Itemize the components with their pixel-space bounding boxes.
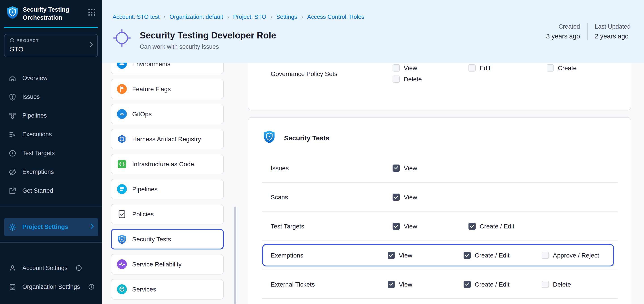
checkbox-box	[464, 252, 471, 259]
sidebar-item-exemptions[interactable]: Exemptions	[0, 162, 102, 181]
sidebar-item-label: Get Started	[22, 187, 53, 194]
sidebar-footer-nav: Account Settings Organization Settings	[0, 259, 102, 296]
checkbox-label: View	[404, 223, 417, 230]
checkbox-test-targets-view[interactable]: View	[392, 223, 468, 230]
resource-item-environments[interactable]: Environments	[111, 63, 224, 74]
checkbox-box	[464, 280, 471, 288]
created-label: Created	[546, 23, 580, 30]
resource-item-service-reliability[interactable]: Service Reliability	[111, 254, 224, 274]
breadcrumb-project-link[interactable]: Project: STO	[233, 14, 266, 20]
module-switcher-icon[interactable]	[88, 9, 95, 16]
resource-item-label: Feature Flags	[132, 85, 171, 93]
checkbox-scans-view[interactable]: View	[392, 194, 468, 201]
permission-row-label: Test Targets	[271, 223, 392, 230]
permission-row-label: External Tickets	[271, 280, 388, 288]
pipelines-icon	[8, 112, 16, 120]
resource-item-label: Service Reliability	[132, 261, 182, 268]
checkbox-external-tickets-delete[interactable]: Delete	[542, 280, 618, 288]
permission-row-label: Exemptions	[271, 252, 388, 259]
checkbox-label: Delete	[553, 280, 571, 288]
gear-icon	[8, 223, 16, 231]
permission-row-governance-policy-sets: Governance Policy Sets View Edit	[248, 64, 630, 83]
resource-item-label: GitOps	[132, 110, 152, 118]
sidebar-item-issues[interactable]: Issues	[0, 87, 102, 106]
sidebar-item-organization-settings[interactable]: Organization Settings	[0, 277, 102, 296]
chevron-right-icon	[90, 42, 93, 48]
sidebar-item-label: Exemptions	[22, 169, 54, 175]
org-icon	[8, 283, 16, 291]
info-icon[interactable]	[76, 265, 82, 271]
sidebar: Security Testing Orchestration PROJECT S…	[0, 0, 102, 304]
sidebar-item-overview[interactable]: Overview	[0, 69, 102, 87]
checkbox-label: Delete	[404, 76, 422, 83]
sidebar-item-get-started[interactable]: Get Started	[0, 181, 102, 200]
app-title: Security Testing Orchestration	[23, 6, 74, 22]
sidebar-item-test-targets[interactable]: Test Targets	[0, 144, 102, 162]
resource-item-pipelines[interactable]: Pipelines	[111, 179, 224, 199]
resource-item-security-tests[interactable]: Security Tests	[111, 229, 224, 249]
permission-row-test-targets: Test Targets View Create / Edit	[262, 211, 618, 240]
checkbox-label: View	[404, 164, 417, 171]
checkbox-governance-edit[interactable]: Edit	[468, 64, 547, 72]
breadcrumb-settings-link[interactable]: Settings	[276, 14, 297, 20]
breadcrumb-organization-link[interactable]: Organization: default	[170, 14, 223, 20]
executions-icon	[8, 130, 16, 138]
project-selector[interactable]: PROJECT STO	[4, 34, 98, 57]
security-tests-permissions-card: Security Tests Issues View	[248, 117, 631, 304]
checkbox-issues-view[interactable]: View	[392, 164, 468, 171]
meta-divider	[587, 23, 588, 40]
checkbox-box	[392, 76, 400, 83]
resource-item-policies[interactable]: Policies	[111, 204, 224, 224]
last-updated-label: Last Updated	[595, 23, 630, 30]
sidebar-item-executions[interactable]: Executions	[0, 125, 102, 144]
project-name: STO	[10, 45, 39, 53]
checkbox-box	[392, 164, 400, 171]
checkbox-label: View	[399, 252, 412, 259]
checkbox-governance-delete[interactable]: Delete	[392, 76, 468, 83]
breadcrumb-separator: ›	[301, 14, 303, 20]
resource-item-gitops[interactable]: ∞ GitOps	[111, 104, 224, 124]
resource-item-services[interactable]: Services	[111, 279, 224, 299]
sidebar-item-pipelines[interactable]: Pipelines	[0, 106, 102, 125]
checkbox-exemptions-approve-reject[interactable]: Approve / Reject	[542, 252, 618, 259]
checkbox-external-tickets-view[interactable]: View	[388, 280, 464, 288]
checkbox-external-tickets-create-edit[interactable]: Create / Edit	[464, 280, 542, 288]
iac-icon	[117, 159, 127, 169]
sidebar-item-label: Project Settings	[22, 223, 68, 230]
permissions-panel: Governance Policy Sets View Edit	[248, 63, 631, 304]
permission-rows: Issues View Scans	[262, 153, 618, 299]
page-header: Account: STO test › Organization: defaul…	[102, 0, 644, 63]
checkbox-test-targets-create-edit[interactable]: Create / Edit	[468, 223, 547, 230]
project-cube-icon	[10, 38, 14, 43]
resource-item-iac[interactable]: Infrastructure as Code	[111, 154, 224, 174]
resource-item-label: Policies	[132, 211, 154, 218]
resource-item-label: Environments	[132, 63, 170, 68]
checkbox-box	[392, 194, 400, 201]
breadcrumb-access-control-link[interactable]: Access Control: Roles	[307, 14, 364, 20]
checkbox-label: Create	[558, 64, 576, 72]
checkbox-exemptions-view[interactable]: View	[388, 252, 464, 259]
checkbox-label: Edit	[480, 64, 490, 72]
resource-item-label: Services	[132, 286, 156, 293]
sidebar-item-account-settings[interactable]: Account Settings	[0, 259, 102, 277]
checkbox-label: Create / Edit	[475, 252, 510, 259]
resource-item-feature-flags[interactable]: Feature Flags	[111, 79, 224, 99]
resource-item-label: Security Tests	[132, 236, 171, 243]
resource-category-list: Environments Feature Flags ∞ GitOps	[111, 63, 224, 299]
policies-icon	[117, 209, 127, 219]
checkbox-exemptions-create-edit[interactable]: Create / Edit	[464, 252, 542, 259]
resource-list-scrollbar[interactable]	[234, 206, 236, 304]
issues-icon	[8, 93, 16, 101]
breadcrumb-account-link[interactable]: Account: STO test	[112, 14, 160, 20]
resource-item-label: Harness Artifact Registry	[132, 135, 201, 143]
checkbox-box	[388, 252, 395, 259]
security-tests-card-header: Security Tests	[248, 118, 630, 153]
info-icon[interactable]	[88, 284, 94, 290]
checkbox-governance-view[interactable]: View	[392, 64, 468, 72]
checkbox-box	[542, 252, 549, 259]
checkbox-box	[542, 280, 549, 288]
sidebar-item-label: Account Settings	[22, 265, 68, 271]
checkbox-governance-create[interactable]: Create	[547, 64, 627, 72]
resource-item-artifact-registry[interactable]: Harness Artifact Registry	[111, 129, 224, 149]
sidebar-item-project-settings[interactable]: Project Settings	[4, 218, 98, 236]
